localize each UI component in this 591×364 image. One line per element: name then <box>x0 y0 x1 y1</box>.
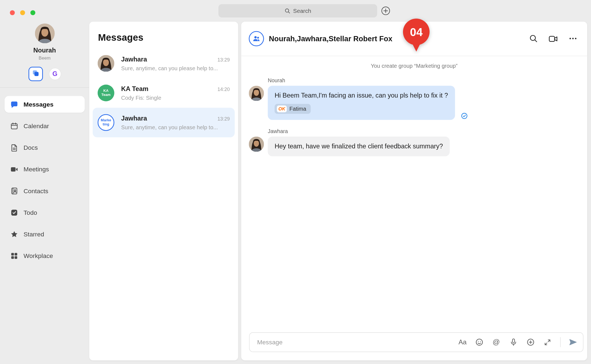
conversation-time: 13:29 <box>218 57 230 63</box>
user-org: Beem <box>0 55 89 61</box>
app-window: Search Nourah Beem G M <box>0 0 591 364</box>
conversation-time: 14:20 <box>218 86 230 92</box>
sender-name: Nourah <box>268 77 580 83</box>
system-message: You create group “Marketing group” <box>241 63 587 69</box>
meetings-icon <box>10 165 18 174</box>
avatar-photo[interactable] <box>249 86 264 101</box>
contacts-icon <box>10 187 18 195</box>
conversation-preview: Sure, anytime, can you please help to... <box>121 124 230 130</box>
beem-logo-icon <box>32 69 39 78</box>
chat-search-button[interactable] <box>529 34 538 43</box>
messages-icon <box>10 100 18 108</box>
message-text: Hey team, have we finalized the client f… <box>275 143 443 150</box>
marketing-group-avatar: Marke ting <box>98 114 114 131</box>
format-icon[interactable]: Aa <box>459 337 467 347</box>
mic-icon[interactable] <box>509 337 518 347</box>
send-icon[interactable] <box>569 337 578 347</box>
nav-label: Todo <box>24 209 37 216</box>
conversation-preview: Sure, anytime, can you please help to... <box>121 65 230 71</box>
docs-icon <box>10 143 18 152</box>
conversation-item[interactable]: Jawhara 13:29 Sure, anytime, can you ple… <box>93 49 235 78</box>
more-button[interactable] <box>568 34 577 43</box>
list-title: Messages <box>89 22 238 49</box>
expand-icon[interactable] <box>543 337 552 347</box>
new-chat-button[interactable] <box>381 6 390 16</box>
sidebar-item-calendar[interactable]: Calendar <box>5 118 85 134</box>
sidebar-item-messages[interactable]: Messages <box>5 96 85 113</box>
group-avatar-icon[interactable] <box>249 31 264 46</box>
conversation-name: KA Team <box>121 85 149 93</box>
message-group: Nourah Hi Beem Team,I'm facing an issue,… <box>249 77 580 120</box>
nav-label: Starred <box>24 230 44 237</box>
minimize-button[interactable] <box>20 10 25 15</box>
message-input[interactable] <box>257 339 459 346</box>
emoji-icon[interactable] <box>475 337 484 347</box>
chat-title: Nourah,Jawhara,Stellar Robert Fox <box>269 34 392 43</box>
conversation-item-selected[interactable]: Marke ting Jawhara 13:29 Sure, anytime, … <box>93 108 235 137</box>
group-avatar-badge: KA Team <box>98 85 114 101</box>
workspace-switcher: G <box>0 67 89 81</box>
message-thread: Nourah Hi Beem Team,I'm facing an issue,… <box>241 77 587 156</box>
g-logo-icon: G <box>52 70 57 78</box>
message-list-panel: Messages Jawhara 13:29 Sure, anytime, ca… <box>89 22 238 360</box>
conversation-name: Jawhara <box>121 115 147 122</box>
attach-plus-icon[interactable] <box>526 337 535 347</box>
star-icon <box>10 230 18 238</box>
user-name: Nourah <box>0 47 89 54</box>
conversation-time: 13:29 <box>218 116 230 122</box>
g-workspace-button[interactable]: G <box>49 68 61 80</box>
sidebar-item-starred[interactable]: Starred <box>5 226 85 242</box>
message-group: Jawhara Hey team, have we finalized the … <box>249 128 580 156</box>
sidebar: Nourah Beem G Messages <box>0 0 89 364</box>
nav-label: Docs <box>24 144 38 151</box>
avatar-photo <box>98 55 114 72</box>
read-receipt-icon <box>461 113 468 119</box>
conversation-preview: Cody Fis: Single <box>121 95 230 101</box>
nav-label: Workplace <box>24 252 53 259</box>
sidebar-nav: Messages Calendar Docs Meetings <box>0 88 89 264</box>
conversation-name: Jawhara <box>121 55 147 63</box>
conversation-item[interactable]: KA Team KA Team 14:20 Cody Fis: Single <box>93 78 235 108</box>
nav-label: Calendar <box>24 122 49 130</box>
message-text: Hi Beem Team,I'm facing an issue, can yo… <box>275 92 448 99</box>
workplace-icon <box>10 251 18 260</box>
window-controls <box>10 10 35 15</box>
chat-panel: Nourah,Jawhara,Stellar Robert Fox You cr… <box>241 22 587 360</box>
close-button[interactable] <box>10 10 15 15</box>
beem-workspace-button[interactable] <box>28 67 43 81</box>
message-composer: Aa @ <box>249 332 584 352</box>
sidebar-item-workplace[interactable]: Workplace <box>5 247 85 264</box>
todo-icon <box>10 208 18 217</box>
search-label: Search <box>293 8 311 14</box>
zoom-button[interactable] <box>30 10 35 15</box>
calendar-icon <box>10 122 18 130</box>
sidebar-item-contacts[interactable]: Contacts <box>5 183 85 199</box>
mention-name: Fatima <box>289 106 306 112</box>
search-icon <box>284 8 290 14</box>
sidebar-item-meetings[interactable]: Meetings <box>5 161 85 178</box>
composer-divider <box>560 337 561 347</box>
nav-label: Contacts <box>24 187 48 194</box>
global-search[interactable]: Search <box>218 4 377 17</box>
mention-icon[interactable]: @ <box>492 337 501 347</box>
avatar-photo[interactable] <box>249 137 264 152</box>
chat-header: Nourah,Jawhara,Stellar Robert Fox <box>241 22 587 56</box>
nav-label: Meetings <box>24 166 49 173</box>
mention-chip[interactable]: OK Fatima <box>275 104 311 114</box>
video-call-button[interactable] <box>549 34 558 43</box>
message-bubble: Hey team, have we finalized the client f… <box>268 137 450 156</box>
sender-name: Jawhara <box>268 128 580 134</box>
sidebar-item-docs[interactable]: Docs <box>5 139 85 156</box>
nav-label: Messages <box>24 101 54 108</box>
message-bubble: Hi Beem Team,I'm facing an issue, can yo… <box>268 86 455 120</box>
sidebar-item-todo[interactable]: Todo <box>5 204 85 221</box>
user-avatar[interactable] <box>35 24 54 43</box>
ok-logo-icon: OK <box>277 105 287 112</box>
